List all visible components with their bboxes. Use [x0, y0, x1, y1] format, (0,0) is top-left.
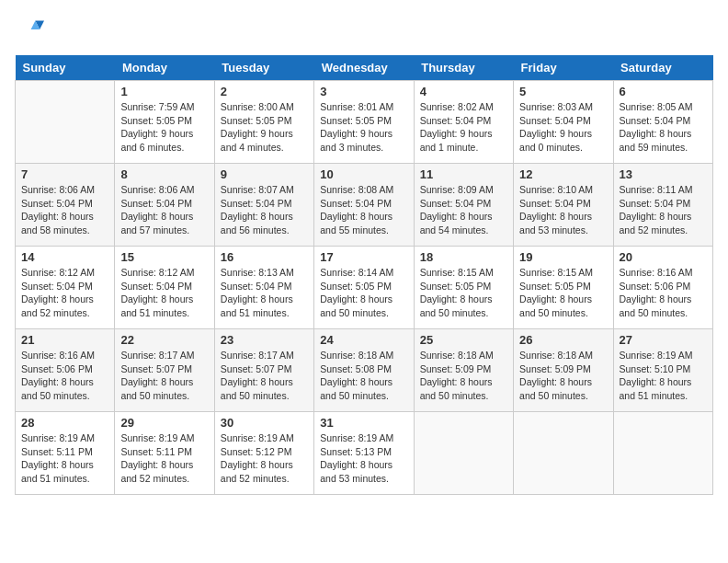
calendar-cell: 18Sunrise: 8:15 AM Sunset: 5:05 PM Dayli…	[414, 247, 513, 329]
week-row-3: 14Sunrise: 8:12 AM Sunset: 5:04 PM Dayli…	[16, 247, 713, 329]
day-info: Sunrise: 8:19 AM Sunset: 5:10 PM Dayligh…	[620, 349, 707, 403]
header	[15, 15, 713, 44]
day-info: Sunrise: 8:14 AM Sunset: 5:05 PM Dayligh…	[320, 266, 407, 320]
calendar-cell: 28Sunrise: 8:19 AM Sunset: 5:11 PM Dayli…	[16, 412, 115, 495]
calendar-cell: 19Sunrise: 8:15 AM Sunset: 5:05 PM Dayli…	[514, 247, 613, 329]
day-info: Sunrise: 8:15 AM Sunset: 5:05 PM Dayligh…	[420, 266, 507, 320]
weekday-header-monday: Monday	[115, 55, 214, 81]
day-number: 23	[221, 333, 308, 347]
week-row-2: 7Sunrise: 8:06 AM Sunset: 5:04 PM Daylig…	[16, 164, 713, 247]
day-info: Sunrise: 8:12 AM Sunset: 5:04 PM Dayligh…	[21, 266, 108, 320]
day-number: 7	[21, 167, 108, 181]
calendar-cell: 22Sunrise: 8:17 AM Sunset: 5:07 PM Dayli…	[115, 329, 214, 412]
day-info: Sunrise: 8:18 AM Sunset: 5:09 PM Dayligh…	[519, 349, 607, 403]
calendar-cell: 11Sunrise: 8:09 AM Sunset: 5:04 PM Dayli…	[414, 164, 513, 247]
calendar-cell: 15Sunrise: 8:12 AM Sunset: 5:04 PM Dayli…	[115, 247, 214, 329]
day-number: 8	[120, 167, 208, 181]
day-info: Sunrise: 8:00 AM Sunset: 5:05 PM Dayligh…	[221, 100, 308, 155]
day-number: 19	[519, 250, 607, 264]
day-info: Sunrise: 8:13 AM Sunset: 5:04 PM Dayligh…	[221, 266, 308, 320]
day-number: 31	[320, 416, 407, 430]
day-info: Sunrise: 8:09 AM Sunset: 5:04 PM Dayligh…	[420, 183, 507, 237]
calendar-cell: 31Sunrise: 8:19 AM Sunset: 5:13 PM Dayli…	[314, 412, 414, 495]
day-info: Sunrise: 8:06 AM Sunset: 5:04 PM Dayligh…	[120, 183, 208, 237]
weekday-header-sunday: Sunday	[16, 55, 115, 81]
weekday-header-saturday: Saturday	[613, 55, 712, 81]
calendar-cell: 13Sunrise: 8:11 AM Sunset: 5:04 PM Dayli…	[613, 164, 712, 247]
day-number: 4	[420, 85, 507, 98]
day-number: 3	[320, 85, 407, 98]
calendar-cell: 16Sunrise: 8:13 AM Sunset: 5:04 PM Dayli…	[214, 247, 313, 329]
weekday-header-tuesday: Tuesday	[214, 55, 313, 81]
day-number: 29	[120, 416, 208, 430]
week-row-4: 21Sunrise: 8:16 AM Sunset: 5:06 PM Dayli…	[16, 329, 713, 412]
day-number: 5	[519, 85, 607, 98]
calendar-cell: 25Sunrise: 8:18 AM Sunset: 5:09 PM Dayli…	[414, 329, 513, 412]
day-number: 22	[120, 333, 208, 347]
day-number: 2	[221, 85, 308, 98]
calendar-cell	[514, 412, 613, 495]
day-info: Sunrise: 8:03 AM Sunset: 5:04 PM Dayligh…	[519, 100, 607, 155]
day-number: 9	[221, 167, 308, 181]
day-number: 25	[420, 333, 507, 347]
day-number: 26	[519, 333, 607, 347]
day-number: 15	[120, 250, 208, 264]
day-number: 10	[320, 167, 407, 181]
calendar-cell: 2Sunrise: 8:00 AM Sunset: 5:05 PM Daylig…	[214, 81, 313, 164]
calendar-cell: 6Sunrise: 8:05 AM Sunset: 5:04 PM Daylig…	[613, 81, 712, 164]
day-info: Sunrise: 8:07 AM Sunset: 5:04 PM Dayligh…	[221, 183, 308, 237]
day-number: 17	[320, 250, 407, 264]
weekday-header-thursday: Thursday	[414, 55, 513, 81]
calendar-cell: 23Sunrise: 8:17 AM Sunset: 5:07 PM Dayli…	[214, 329, 313, 412]
week-row-5: 28Sunrise: 8:19 AM Sunset: 5:11 PM Dayli…	[16, 412, 713, 495]
day-number: 30	[221, 416, 308, 430]
calendar-cell: 7Sunrise: 8:06 AM Sunset: 5:04 PM Daylig…	[16, 164, 115, 247]
day-number: 28	[21, 416, 108, 430]
day-number: 11	[420, 167, 507, 181]
day-info: Sunrise: 8:16 AM Sunset: 5:06 PM Dayligh…	[21, 349, 108, 403]
day-number: 21	[21, 333, 108, 347]
day-info: Sunrise: 8:05 AM Sunset: 5:04 PM Dayligh…	[620, 100, 707, 155]
day-number: 6	[620, 85, 707, 98]
day-info: Sunrise: 8:17 AM Sunset: 5:07 PM Dayligh…	[221, 349, 308, 403]
day-number: 20	[620, 250, 707, 264]
day-info: Sunrise: 8:06 AM Sunset: 5:04 PM Dayligh…	[21, 183, 108, 237]
day-number: 18	[420, 250, 507, 264]
weekday-header-wednesday: Wednesday	[314, 55, 414, 81]
calendar-cell: 12Sunrise: 8:10 AM Sunset: 5:04 PM Dayli…	[514, 164, 613, 247]
day-info: Sunrise: 8:17 AM Sunset: 5:07 PM Dayligh…	[120, 349, 208, 403]
day-info: Sunrise: 8:19 AM Sunset: 5:11 PM Dayligh…	[120, 431, 208, 486]
day-info: Sunrise: 8:18 AM Sunset: 5:09 PM Dayligh…	[420, 349, 507, 403]
calendar-cell: 14Sunrise: 8:12 AM Sunset: 5:04 PM Dayli…	[16, 247, 115, 329]
calendar-cell: 4Sunrise: 8:02 AM Sunset: 5:04 PM Daylig…	[414, 81, 513, 164]
calendar-cell: 1Sunrise: 7:59 AM Sunset: 5:05 PM Daylig…	[115, 81, 214, 164]
calendar-cell: 29Sunrise: 8:19 AM Sunset: 5:11 PM Dayli…	[115, 412, 214, 495]
calendar-cell: 20Sunrise: 8:16 AM Sunset: 5:06 PM Dayli…	[613, 247, 712, 329]
day-number: 16	[221, 250, 308, 264]
day-number: 13	[620, 167, 707, 181]
day-number: 1	[120, 85, 208, 98]
calendar-cell: 8Sunrise: 8:06 AM Sunset: 5:04 PM Daylig…	[115, 164, 214, 247]
logo-icon	[15, 15, 44, 44]
calendar-cell	[613, 412, 712, 495]
calendar-cell: 24Sunrise: 8:18 AM Sunset: 5:08 PM Dayli…	[314, 329, 414, 412]
calendar-cell: 10Sunrise: 8:08 AM Sunset: 5:04 PM Dayli…	[314, 164, 414, 247]
day-info: Sunrise: 8:19 AM Sunset: 5:13 PM Dayligh…	[320, 431, 407, 486]
day-info: Sunrise: 8:18 AM Sunset: 5:08 PM Dayligh…	[320, 349, 407, 403]
weekday-header-row: SundayMondayTuesdayWednesdayThursdayFrid…	[16, 55, 713, 81]
day-info: Sunrise: 8:12 AM Sunset: 5:04 PM Dayligh…	[120, 266, 208, 320]
day-info: Sunrise: 8:19 AM Sunset: 5:11 PM Dayligh…	[21, 431, 108, 486]
day-info: Sunrise: 8:02 AM Sunset: 5:04 PM Dayligh…	[420, 100, 507, 155]
calendar-cell: 9Sunrise: 8:07 AM Sunset: 5:04 PM Daylig…	[214, 164, 313, 247]
calendar-cell: 21Sunrise: 8:16 AM Sunset: 5:06 PM Dayli…	[16, 329, 115, 412]
calendar-cell: 30Sunrise: 8:19 AM Sunset: 5:12 PM Dayli…	[214, 412, 313, 495]
day-number: 24	[320, 333, 407, 347]
calendar-cell: 17Sunrise: 8:14 AM Sunset: 5:05 PM Dayli…	[314, 247, 414, 329]
page-container: SundayMondayTuesdayWednesdayThursdayFrid…	[15, 15, 713, 495]
calendar-cell: 5Sunrise: 8:03 AM Sunset: 5:04 PM Daylig…	[514, 81, 613, 164]
day-info: Sunrise: 8:15 AM Sunset: 5:05 PM Dayligh…	[519, 266, 607, 320]
weekday-header-friday: Friday	[514, 55, 613, 81]
calendar-cell	[414, 412, 513, 495]
calendar-cell	[16, 81, 115, 164]
day-info: Sunrise: 8:01 AM Sunset: 5:05 PM Dayligh…	[320, 100, 407, 155]
